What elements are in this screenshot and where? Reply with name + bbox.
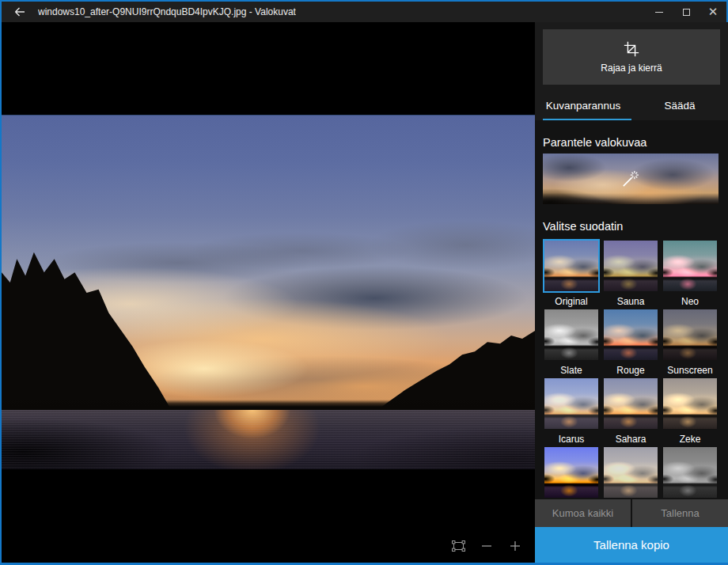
filter-preview-image xyxy=(604,378,658,429)
fit-to-window-button[interactable] xyxy=(449,537,467,555)
filter-preview-image xyxy=(663,241,717,291)
filter-thumbnail xyxy=(662,377,719,430)
filter-thumbnail xyxy=(543,377,600,430)
app-window: windows10_after-Q9NUI9rrQndquBD4IpvKJQ.j… xyxy=(0,0,728,565)
filter-preview-image xyxy=(544,447,598,498)
maximize-button[interactable] xyxy=(673,2,700,22)
filter-label: Zeke xyxy=(662,430,719,446)
back-arrow-icon xyxy=(13,6,26,18)
save-copy-button[interactable]: Tallenna kopio xyxy=(535,527,728,563)
filter-label: Rouge xyxy=(602,362,659,377)
filter-cell[interactable]: Sahara xyxy=(602,377,659,446)
filter-label: Sauna xyxy=(602,293,659,308)
crop-rotate-label: Rajaa ja kierrä xyxy=(601,63,662,74)
close-icon: ✕ xyxy=(708,6,719,18)
filter-cell[interactable] xyxy=(662,446,719,499)
enhance-photo-thumbnail[interactable] xyxy=(543,154,719,204)
filter-thumbnail xyxy=(543,239,600,293)
photo-canvas[interactable] xyxy=(2,115,535,469)
filter-thumbnail xyxy=(543,446,600,499)
crop-rotate-button[interactable]: Rajaa ja kierrä xyxy=(543,29,720,85)
titlebar: windows10_after-Q9NUI9rrQndquBD4IpvKJQ.j… xyxy=(2,2,726,22)
filter-label: Original xyxy=(543,293,600,308)
edit-sidebar: Rajaa ja kierrä Kuvanparannus Säädä Para… xyxy=(535,22,728,563)
fit-to-window-icon xyxy=(452,540,465,552)
filter-thumbnail xyxy=(602,308,659,362)
filter-label: Sahara xyxy=(602,430,659,446)
tab-saada[interactable]: Säädä xyxy=(631,91,728,120)
filter-cell[interactable] xyxy=(543,446,600,499)
filter-cell[interactable]: Neo xyxy=(662,239,719,308)
photo-water xyxy=(2,410,535,469)
filter-thumbnail xyxy=(662,446,719,499)
filter-preview-image xyxy=(604,309,658,360)
filter-cell[interactable]: Slate xyxy=(543,308,600,377)
filter-thumbnail xyxy=(602,446,659,499)
zoom-in-icon xyxy=(510,540,521,552)
filter-cell[interactable] xyxy=(602,446,659,499)
filter-thumbnail xyxy=(602,239,659,293)
sidebar-footer: Kumoa kaikki Tallenna xyxy=(535,499,728,527)
filter-thumbnail xyxy=(662,239,719,293)
zoom-out-icon xyxy=(481,540,492,552)
tab-kuvanparannus[interactable]: Kuvanparannus xyxy=(535,91,631,120)
filter-preview-image xyxy=(663,309,717,360)
filter-cell[interactable]: Zeke xyxy=(662,377,719,446)
filter-thumbnail xyxy=(662,308,719,362)
filter-thumbnail xyxy=(602,377,659,430)
crop-section: Rajaa ja kierrä xyxy=(535,22,728,85)
sidebar-tabs: Kuvanparannus Säädä xyxy=(535,91,728,120)
enhance-panel: Parantele valokuvaa xyxy=(535,120,728,499)
main-row: Rajaa ja kierrä Kuvanparannus Säädä Para… xyxy=(2,22,726,563)
photo-stage xyxy=(2,22,535,563)
undo-all-button[interactable]: Kumoa kaikki xyxy=(535,499,631,527)
filter-cell[interactable]: Sauna xyxy=(602,239,659,308)
filter-preview-image xyxy=(663,447,717,498)
close-button[interactable]: ✕ xyxy=(700,2,726,22)
filter-label: Icarus xyxy=(543,430,600,446)
filter-preview-image xyxy=(544,378,598,429)
filter-label: Neo xyxy=(662,293,719,308)
filter-preview-image xyxy=(604,241,658,291)
filter-preview-image xyxy=(544,241,598,291)
minimize-icon xyxy=(655,12,663,13)
magic-wand-icon xyxy=(620,169,641,189)
maximize-icon xyxy=(683,9,690,16)
back-button[interactable] xyxy=(2,2,38,22)
filter-label: Slate xyxy=(543,362,600,377)
filter-cell[interactable]: Icarus xyxy=(543,377,600,446)
minimize-button[interactable] xyxy=(646,2,673,22)
filter-preview-image xyxy=(604,447,658,498)
crop-icon xyxy=(623,40,640,58)
save-button[interactable]: Tallenna xyxy=(632,499,728,527)
filter-cell[interactable]: Sunscreen xyxy=(662,308,719,377)
filter-grid: Original Sauna Neo Slate Rouge Sunscreen xyxy=(543,239,719,499)
filter-section-title: Valitse suodatin xyxy=(543,220,719,233)
filter-preview-image xyxy=(663,378,717,429)
zoom-out-button[interactable] xyxy=(478,537,495,555)
enhance-section-title: Parantele valokuvaa xyxy=(543,136,719,149)
zoom-in-button[interactable] xyxy=(506,537,524,555)
zoom-controls xyxy=(449,537,524,555)
filter-cell[interactable]: Rouge xyxy=(602,308,659,377)
filter-cell[interactable]: Original xyxy=(543,239,600,308)
filter-thumbnail xyxy=(543,308,600,362)
photo-horizon-treeline xyxy=(2,400,535,411)
filter-label: Sunscreen xyxy=(662,362,719,377)
window-title: windows10_after-Q9NUI9rrQndquBD4IpvKJQ.j… xyxy=(38,6,296,17)
filter-preview-image xyxy=(544,309,598,360)
